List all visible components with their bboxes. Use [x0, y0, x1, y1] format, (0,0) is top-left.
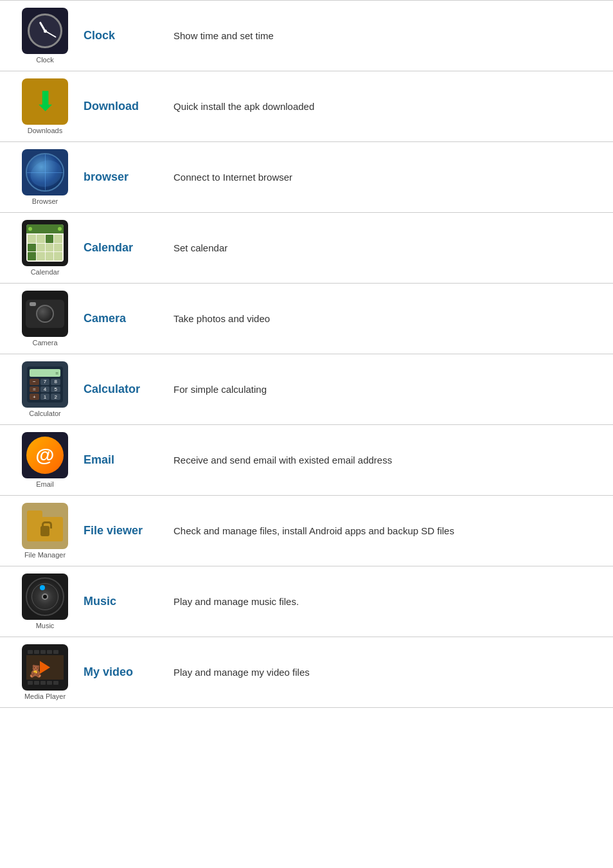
- app-list: Clock Clock Show time and set time ⬇ Dow…: [0, 0, 613, 708]
- browser-app-desc: Connect to Internet browser: [167, 172, 600, 183]
- clock-app-name: Clock: [77, 29, 167, 42]
- film-hole: [34, 650, 39, 654]
- cal-cell: [54, 235, 62, 243]
- calc-btn-4: 4: [40, 386, 50, 393]
- browser-icon: [22, 149, 68, 195]
- email-icon: @: [22, 432, 68, 478]
- film-hole: [28, 681, 33, 685]
- folder-shape: [27, 511, 63, 541]
- app-row-camera[interactable]: Camera Camera Take photos and video: [0, 284, 613, 354]
- browser-app-name: browser: [77, 170, 167, 184]
- calculator-icon-label: Calculator: [29, 410, 61, 417]
- app-row-calculator[interactable]: = − 7 8 = 4 5 + 1 2 Calculator Calculat: [0, 354, 613, 425]
- download-icon-label: Downloads: [28, 127, 62, 134]
- cal-cell: [37, 244, 45, 252]
- mediaplayer-icon: 🧸: [22, 644, 68, 691]
- calendar-dot-1: [28, 227, 32, 231]
- calendar-body: [26, 233, 64, 262]
- app-row-calendar[interactable]: Calendar Calendar Set calendar: [0, 213, 613, 284]
- calendar-icon: [22, 220, 68, 266]
- camera-app-name: Camera: [77, 312, 167, 325]
- music-icon-label: Music: [36, 622, 55, 629]
- mediaplayer-icon-label: Media Player: [24, 692, 66, 700]
- film-hole: [40, 650, 46, 654]
- download-app-name: Download: [77, 100, 167, 113]
- calc-btn-2: 2: [51, 393, 60, 400]
- mediaplayer-app-desc: Play and manage my video files: [167, 667, 600, 678]
- app-row-fileviewer[interactable]: File Manager File viewer Check and manag…: [0, 496, 613, 566]
- calendar-icon-label: Calendar: [31, 268, 60, 276]
- film-strip-top: [26, 649, 64, 655]
- calendar-icon-wrapper: Calendar: [13, 220, 77, 276]
- email-icon-label: Email: [36, 480, 54, 488]
- app-row-mediaplayer[interactable]: 🧸 Media Player My video P: [0, 637, 613, 708]
- music-app-desc: Play and manage music files.: [167, 596, 600, 607]
- camera-icon-wrapper: Camera: [13, 291, 77, 347]
- calc-btn-equals: =: [30, 386, 39, 393]
- music-dot: [40, 585, 45, 590]
- cal-cell: [46, 244, 54, 252]
- film-hole: [53, 681, 58, 685]
- fileviewer-app-desc: Check and manage files, install Android …: [167, 525, 600, 536]
- calc-btn-8: 8: [51, 379, 60, 385]
- clock-app-desc: Show time and set time: [167, 30, 600, 41]
- app-row-clock[interactable]: Clock Clock Show time and set time: [0, 1, 613, 71]
- film-hole: [40, 681, 46, 685]
- app-row-music[interactable]: Music Music Play and manage music files.: [0, 566, 613, 637]
- fileviewer-icon-label: File Manager: [24, 551, 66, 559]
- mediaplayer-icon-wrapper: 🧸 Media Player: [13, 644, 77, 700]
- app-row-email[interactable]: @ Email Email Receive and send email wit…: [0, 425, 613, 496]
- clock-icon-wrapper: Clock: [13, 8, 77, 64]
- browser-grid-v: [45, 154, 46, 190]
- email-app-name: Email: [77, 453, 167, 467]
- film-hole: [28, 650, 33, 654]
- calculator-app-name: Calculator: [77, 383, 167, 396]
- download-arrow-icon: ⬇: [34, 88, 57, 115]
- download-icon-wrapper: ⬇ Downloads: [13, 78, 77, 134]
- music-icon: [22, 574, 68, 620]
- download-app-desc: Quick install the apk downloaded: [167, 101, 600, 112]
- camera-icon-label: Camera: [32, 339, 57, 347]
- cal-cell: [54, 244, 62, 252]
- media-character: 🧸: [28, 664, 42, 678]
- calc-btn-7: 7: [40, 379, 50, 385]
- music-app-name: Music: [77, 595, 167, 608]
- camera-icon: [22, 291, 68, 337]
- fileviewer-app-name: File viewer: [77, 524, 167, 538]
- fileviewer-icon: [22, 503, 68, 549]
- browser-icon-label: Browser: [32, 197, 58, 205]
- email-circle: @: [26, 437, 64, 474]
- calendar-dot-2: [58, 227, 62, 231]
- media-film: 🧸: [26, 649, 64, 686]
- cal-cell: [37, 235, 45, 243]
- app-row-browser[interactable]: Browser browser Connect to Internet brow…: [0, 142, 613, 213]
- calc-btn-5: 5: [51, 386, 60, 393]
- email-app-desc: Receive and send email with existed emai…: [167, 455, 600, 466]
- film-hole: [34, 681, 39, 685]
- music-center: [42, 593, 48, 600]
- clock-face: [28, 14, 62, 48]
- camera-app-desc: Take photos and video: [167, 313, 600, 324]
- music-disc: [26, 577, 64, 616]
- browser-globe: [26, 153, 64, 192]
- app-row-download[interactable]: ⬇ Downloads Download Quick install the a…: [0, 71, 613, 142]
- calendar-header: [26, 224, 64, 233]
- folder-lock: [40, 526, 49, 536]
- calc-buttons: − 7 8 = 4 5 + 1 2: [30, 379, 60, 400]
- film-strip-bottom: [26, 680, 64, 686]
- calc-btn-minus: −: [30, 379, 39, 385]
- mediaplayer-app-name: My video: [77, 665, 167, 679]
- cal-cell-hl: [28, 244, 36, 252]
- clock-icon: [22, 8, 68, 54]
- calculator-app-desc: For simple calculating: [167, 384, 600, 395]
- cal-cell: [37, 252, 45, 260]
- calendar-app-name: Calendar: [77, 241, 167, 255]
- film-hole: [53, 650, 58, 654]
- browser-grid-h: [27, 172, 63, 173]
- calendar-inner: [26, 224, 64, 262]
- cal-cell: [46, 252, 54, 260]
- cal-cell-hl: [46, 235, 54, 243]
- calendar-app-desc: Set calendar: [167, 242, 600, 253]
- calc-btn-1: 1: [40, 393, 50, 400]
- cal-cell: [54, 252, 62, 260]
